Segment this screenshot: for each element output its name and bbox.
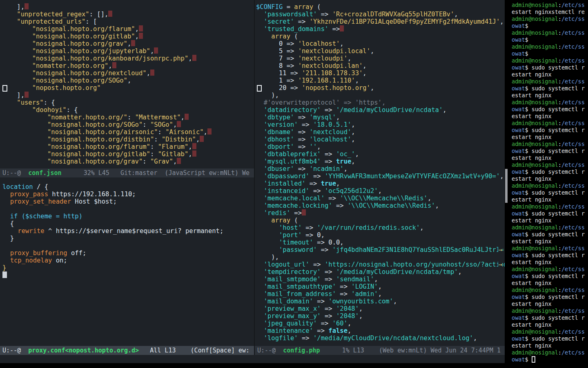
echo-area[interactable]: [0, 355, 505, 363]
code-line: admin@nosignal:/etc/ss: [512, 328, 588, 335]
code-line: 'trusted_domains' =>: [256, 25, 502, 33]
code-segment: :: [558, 57, 561, 64]
code-line: "nosignal.hopto.org/grav": "Grav",: [2, 158, 254, 165]
code-segment: /etc/ss: [561, 203, 585, 210]
code-line: owat$ sudo systemctl r: [512, 85, 588, 92]
code-segment: ,: [188, 55, 192, 62]
code-segment: owat: [512, 356, 525, 363]
code-segment: proxy_set_header: [10, 198, 71, 205]
code-segment: : [: [85, 18, 97, 25]
code-line: 'installed' => true,: [256, 180, 502, 187]
code-line: array (: [256, 217, 502, 224]
code-segment: [256, 187, 264, 195]
code-segment: :: [150, 143, 158, 150]
code-segment: [256, 217, 271, 224]
code-segment: =>: [321, 276, 336, 283]
editor-pane-conf-json[interactable]: ], "unprotected_regex": [], "unprotected…: [0, 0, 255, 177]
trailing-whitespace-marker: [185, 114, 189, 120]
code-segment: :: [143, 158, 150, 165]
code-segment: $ sudo systemctl r: [525, 127, 585, 133]
terminal-pane[interactable]: admin@nosignal:/etc/ssestart nginxstemct…: [508, 0, 588, 368]
code-line: owat$ sudo systemctl r: [512, 106, 588, 113]
code-line: owat$ sudo systemctl r: [512, 294, 588, 301]
code-segment: ,: [473, 334, 477, 342]
code-segment: ,: [181, 114, 185, 121]
code-segment: ,: [108, 62, 112, 70]
code-line: 'mail_domain' => 'ownyourbits.com',: [256, 298, 502, 305]
code-line: 'preview_max_x' => '2048',: [256, 305, 502, 312]
code-segment: "nopost.hopto.org": [32, 84, 101, 92]
code-segment: $ sudo systemctl r: [525, 106, 585, 112]
code-segment: [256, 327, 264, 334]
code-line: estart nginx: [512, 280, 588, 287]
code-segment: '18.0.5.1': [313, 121, 351, 128]
code-line: proxy_pass https://192.168.1.110;: [2, 191, 254, 198]
code-segment: $ sudo systemctl r: [525, 314, 585, 321]
code-segment: ,: [378, 187, 382, 195]
code-line: admin@nosignal:/etc/ss: [512, 349, 588, 356]
code-segment: [256, 121, 264, 128]
code-area-config-php[interactable]: $CONFIG = array ( 'passwordsalt' => 'Rc+…: [255, 0, 505, 346]
code-segment: admin@nosignal: [512, 349, 558, 356]
code-area-proxy-conf[interactable]: location / { proxy_pass https://192.168.…: [0, 177, 254, 346]
code-line: if ($scheme = http): [2, 213, 254, 220]
code-segment: admin@nosignal: [512, 307, 558, 314]
code-segment: estart nginx: [512, 259, 552, 265]
code-segment: ,: [135, 25, 139, 33]
code-line: "nosignal.hopto.org/flarum",: [2, 25, 254, 33]
code-segment: 'https://nosignal.hopto.org/yunohost/sso…: [325, 261, 505, 268]
code-line: 0 => 'localhost',: [256, 40, 502, 47]
editor-pane-proxy-conf[interactable]: location / { proxy_pass https://192.168.…: [0, 177, 255, 355]
code-segment: '': [310, 143, 317, 150]
code-line: rewrite ^ https://$server_name$request_u…: [2, 227, 254, 235]
code-segment: estart nginx: [512, 113, 552, 119]
code-segment: "nosignal.hopto.org/gitlab": [32, 33, 135, 40]
code-line: array (: [256, 33, 502, 40]
code-segment: "Mattermost": [135, 114, 181, 121]
code-segment: ,: [347, 320, 351, 327]
code-segment: 'YYHRvwAFR3muntxMpeseZeVTYVFAEcOZXmz1wtV…: [325, 173, 500, 180]
code-segment: "nosignal.hopto.org/gitlab": [47, 150, 150, 158]
code-segment: [2, 150, 47, 158]
editor-pane-config-php[interactable]: $CONFIG = array ( 'passwordsalt' => 'Rc+…: [255, 0, 505, 355]
trailing-whitespace-marker: [192, 55, 196, 61]
code-segment: [256, 114, 264, 121]
code-line: 'dbuser' => 'ncadmin',: [256, 165, 502, 173]
code-segment: 'mail_from_address': [264, 290, 336, 298]
code-segment: ,: [127, 40, 131, 47]
trailing-whitespace-marker: [150, 70, 154, 76]
code-segment: /etc/ss: [561, 78, 585, 85]
code-segment: admin@nosignal: [512, 120, 558, 126]
code-line: admin@nosignal:/etc/ss: [512, 307, 588, 314]
code-segment: 'datadirectory': [264, 106, 321, 114]
trailing-whitespace-marker: [177, 121, 181, 127]
code-segment: [2, 11, 17, 18]
trailing-whitespace-marker: [24, 92, 29, 98]
code-line: 'mail_from_address' => 'admin',: [256, 290, 502, 298]
code-segment: [256, 290, 264, 298]
code-segment: admin@nosignal: [512, 182, 558, 189]
code-segment: 'ncadmin': [310, 165, 344, 173]
code-line: 'mysql.utf8mb4' => true,: [256, 158, 502, 165]
code-segment: [256, 298, 264, 305]
code-segment: admin@nosignal: [512, 141, 558, 147]
code-segment: 11 =>: [256, 70, 302, 77]
code-line: 11 => '211.108.178.33',: [256, 70, 502, 77]
code-area-conf-json[interactable]: ], "unprotected_regex": [], "unprotected…: [0, 0, 254, 168]
code-line: [2, 272, 254, 279]
code-line: 'passwordsalt' => 'Rc+crozalDTdRWVXaGq55…: [256, 11, 502, 18]
code-line: "nosignal.hopto.org/grav",: [2, 40, 254, 47]
code-segment: /etc/ss: [561, 224, 585, 231]
code-segment: [2, 249, 10, 257]
code-segment: 'tempdirectory': [264, 268, 321, 276]
code-segment: owat: [512, 85, 525, 92]
code-segment: 'dbuser': [264, 165, 294, 173]
code-line: 'mail_smtpmode' => 'sendmail',: [256, 276, 502, 283]
terminal-scrollbar[interactable]: [505, 169, 508, 203]
code-segment: =>: [294, 128, 309, 136]
code-segment: [256, 173, 264, 180]
code-segment: admin@nosignal: [512, 245, 558, 251]
code-segment: '/media/myCloudDrive/ncdata/tmp': [336, 268, 458, 276]
code-segment: :: [558, 16, 561, 22]
code-segment: estart nginx: [512, 321, 552, 328]
